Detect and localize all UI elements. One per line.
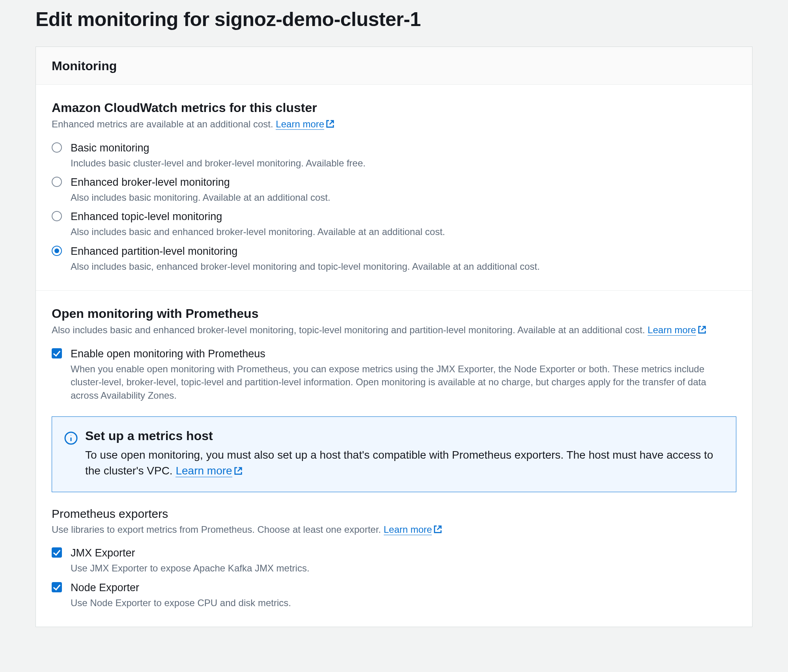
card-header-title: Monitoring	[52, 59, 736, 73]
cloudwatch-subtext-text: Enhanced metrics are available at an add…	[52, 119, 276, 129]
learn-more-text: Learn more	[648, 325, 696, 335]
learn-more-text: Learn more	[384, 524, 432, 535]
page-title: Edit monitoring for signoz-demo-cluster-…	[35, 8, 753, 31]
card-header: Monitoring	[36, 47, 752, 85]
radio-desc: Includes basic cluster-level and broker-…	[71, 157, 736, 170]
checkbox-desc: Use JMX Exporter to expose Apache Kafka …	[71, 562, 736, 575]
radio-input[interactable]	[52, 142, 62, 153]
prometheus-learn-more-link[interactable]: Learn more	[648, 325, 696, 336]
checkbox-label: Node Exporter	[71, 581, 736, 595]
exporter-option-node[interactable]: Node Exporter Use Node Exporter to expos…	[52, 578, 736, 612]
radio-input[interactable]	[52, 177, 62, 187]
radio-option-partition[interactable]: Enhanced partition-level monitoring Also…	[52, 242, 736, 276]
learn-more-text: Learn more	[276, 119, 324, 129]
exporters-block: Prometheus exporters Use libraries to ex…	[52, 507, 736, 612]
prometheus-subtext: Also includes basic and enhanced broker-…	[52, 323, 736, 338]
cloudwatch-learn-more-link[interactable]: Learn more	[276, 119, 324, 130]
metrics-host-infobox: Set up a metrics host To use open monito…	[52, 416, 736, 492]
infobox-learn-more-link[interactable]: Learn more	[176, 465, 232, 477]
checkbox-label: Enable open monitoring with Prometheus	[71, 347, 736, 361]
external-link-icon	[234, 464, 243, 480]
prometheus-heading: Open monitoring with Prometheus	[52, 306, 736, 321]
radio-label: Enhanced broker-level monitoring	[71, 176, 736, 189]
infobox-title: Set up a metrics host	[85, 429, 723, 443]
checkbox-label: JMX Exporter	[71, 547, 736, 560]
radio-input[interactable]	[52, 211, 62, 221]
enable-prometheus-option[interactable]: Enable open monitoring with Prometheus W…	[52, 344, 736, 405]
radio-desc: Also includes basic monitoring. Availabl…	[71, 191, 736, 204]
exporters-learn-more-link[interactable]: Learn more	[384, 524, 432, 535]
prometheus-subtext-text: Also includes basic and enhanced broker-…	[52, 325, 648, 335]
radio-option-broker[interactable]: Enhanced broker-level monitoring Also in…	[52, 173, 736, 207]
external-link-icon	[698, 324, 706, 338]
external-link-icon	[433, 524, 442, 538]
checkbox-input[interactable]	[52, 547, 62, 558]
infobox-body: To use open monitoring, you must also se…	[85, 447, 723, 480]
radio-desc: Also includes basic and enhanced broker-…	[71, 225, 736, 239]
external-link-icon	[326, 118, 334, 132]
monitoring-card: Monitoring Amazon CloudWatch metrics for…	[35, 47, 753, 627]
radio-label: Enhanced partition-level monitoring	[71, 245, 736, 258]
radio-option-basic[interactable]: Basic monitoring Includes basic cluster-…	[52, 138, 736, 173]
checkbox-desc: When you enable open monitoring with Pro…	[71, 362, 736, 402]
radio-label: Enhanced topic-level monitoring	[71, 210, 736, 224]
checkbox-desc: Use Node Exporter to expose CPU and disk…	[71, 596, 736, 610]
cloudwatch-subtext: Enhanced metrics are available at an add…	[52, 118, 736, 132]
checkbox-input[interactable]	[52, 582, 62, 592]
learn-more-text: Learn more	[176, 465, 232, 477]
exporters-subtext: Use libraries to export metrics from Pro…	[52, 523, 736, 538]
radio-input[interactable]	[52, 246, 62, 256]
exporters-subtext-text: Use libraries to export metrics from Pro…	[52, 524, 384, 535]
cloudwatch-heading: Amazon CloudWatch metrics for this clust…	[52, 101, 736, 115]
cloudwatch-section: Amazon CloudWatch metrics for this clust…	[36, 85, 752, 290]
info-icon	[64, 431, 78, 445]
cloudwatch-radio-group: Basic monitoring Includes basic cluster-…	[52, 138, 736, 276]
radio-label: Basic monitoring	[71, 142, 736, 155]
exporter-option-jmx[interactable]: JMX Exporter Use JMX Exporter to expose …	[52, 543, 736, 578]
exporters-heading: Prometheus exporters	[52, 507, 736, 521]
prometheus-section: Open monitoring with Prometheus Also inc…	[36, 290, 752, 627]
radio-desc: Also includes basic, enhanced broker-lev…	[71, 260, 736, 273]
checkbox-input[interactable]	[52, 348, 62, 358]
radio-option-topic[interactable]: Enhanced topic-level monitoring Also inc…	[52, 207, 736, 241]
